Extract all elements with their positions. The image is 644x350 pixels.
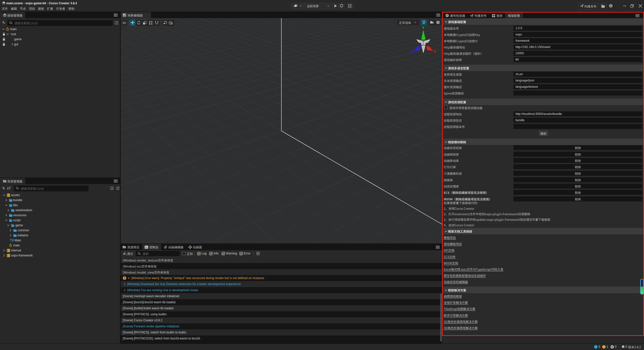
svg-text:X: X: [434, 49, 436, 53]
svg-text:Y: Y: [422, 26, 425, 30]
svg-text:Z: Z: [411, 49, 413, 53]
